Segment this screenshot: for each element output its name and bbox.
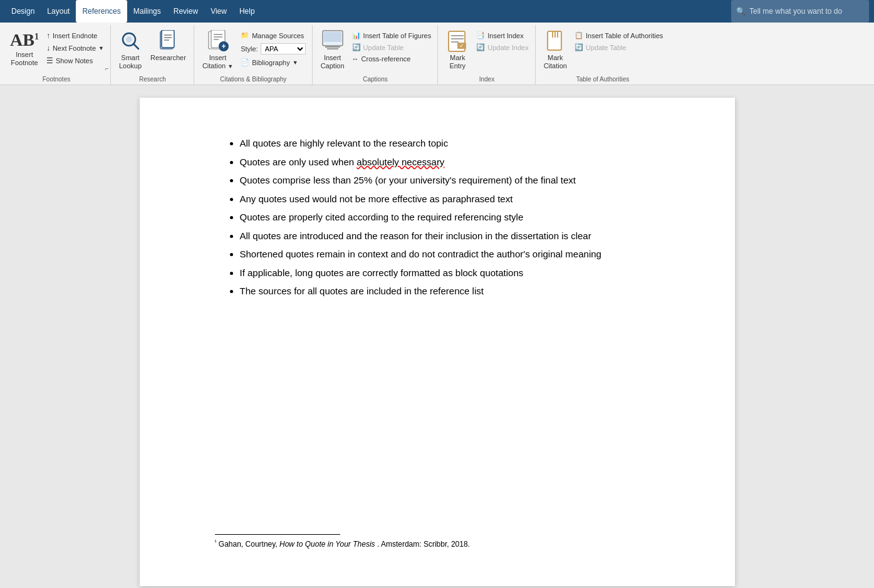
search-placeholder: Tell me what you want to do [749,7,842,16]
update-table-captions-icon: 🔄 [352,43,361,51]
next-footnote-label: Next Footnote [53,44,96,52]
footnote-text: ¹ Gahan, Courtney, How to Quote in Your … [215,539,685,549]
svg-text:✓: ✓ [459,43,464,49]
show-notes-button[interactable]: ☰ Show Notes [44,55,107,66]
cross-reference-button[interactable]: ↔ Cross-reference [350,54,434,64]
insert-caption-icon [321,29,344,54]
bullet-list: All quotes are highly relevant to the re… [215,135,685,299]
menu-design[interactable]: Design [5,0,41,23]
search-icon: 🔍 [736,7,746,16]
update-table-authorities-icon: 🔄 [575,43,583,51]
insert-table-of-authorities-icon: 📋 [575,31,583,39]
insert-index-label: Insert Index [487,32,523,39]
smart-lookup-button[interactable]: SmartLookup [115,26,145,73]
insert-endnote-icon: ↑ [46,31,50,40]
menu-references[interactable]: References [76,0,127,23]
svg-marker-30 [554,31,556,38]
update-table-captions-button: 🔄 Update Table [350,42,434,53]
citations-buttons: + InsertCitation ▼ 📁 Manage Sources Styl… [199,26,308,75]
captions-small-col: 📊 Insert Table of Figures 🔄 Update Table… [350,26,434,64]
bibliography-label: Bibliography [252,59,290,66]
svg-rect-20 [324,32,341,42]
insert-table-of-authorities-label: Insert Table of Authorities [586,32,663,39]
research-group-label: Research [115,75,190,85]
update-table-authorities-label: Update Table [586,44,627,51]
insert-index-button[interactable]: 📑 Insert Index [474,30,531,41]
underline-text: absolutely necessary [356,157,444,167]
footnote-separator [215,534,340,535]
footnote-title: How to Quote in Your Thesis [279,540,375,549]
authorities-group-label: Table of Authorities [540,75,666,85]
mark-entry-button[interactable]: ✓ MarkEntry [442,26,472,73]
next-footnote-button[interactable]: ↓ Next Footnote ▼ [44,43,107,54]
insert-table-of-figures-icon: 📊 [352,31,361,39]
ribbon-group-citations: + InsertCitation ▼ 📁 Manage Sources Styl… [195,25,313,85]
insert-footnote-button[interactable]: AB1 InsertFootnote [6,26,43,70]
insert-footnote-label: InsertFootnote [11,51,38,67]
list-item: Quotes are properly cited according to t… [240,209,685,225]
insert-table-of-figures-button[interactable]: 📊 Insert Table of Figures [350,30,434,41]
list-item: The sources for all quotes are included … [240,283,685,299]
smart-lookup-icon [119,29,142,54]
next-footnote-dropdown-icon: ▼ [98,45,104,51]
researcher-button[interactable]: Researcher [147,26,190,64]
update-table-authorities-button: 🔄 Update Table [572,42,665,53]
insert-footnote-icon: AB1 [10,31,39,49]
ribbon: AB1 InsertFootnote ↑ Insert Endnote ↓ Ne… [0,23,874,85]
insert-caption-label: InsertCaption [321,54,345,70]
manage-sources-button[interactable]: 📁 Manage Sources [238,30,308,41]
menu-mailings[interactable]: Mailings [127,0,167,23]
insert-citation-button[interactable]: + InsertCitation ▼ [199,26,237,73]
show-notes-label: Show Notes [56,57,93,64]
style-select[interactable]: APA MLA Chicago [261,43,306,54]
ribbon-group-captions: InsertCaption 📊 Insert Table of Figures … [313,25,439,85]
list-item: All quotes are highly relevant to the re… [240,135,685,152]
style-label: Style: [241,45,258,53]
researcher-icon [157,29,179,54]
search-bar[interactable]: 🔍 Tell me what you want to do [731,0,869,23]
footnotes-expand-button[interactable]: ⌐ [105,65,109,72]
document-page: All quotes are highly relevant to the re… [140,98,735,586]
index-buttons: ✓ MarkEntry 📑 Insert Index 🔄 Update Inde… [442,26,531,75]
manage-sources-label: Manage Sources [252,32,304,39]
insert-caption-button[interactable]: InsertCaption [317,26,348,73]
update-index-label: Update Index [487,44,528,51]
bibliography-dropdown-icon: ▼ [293,59,298,66]
style-selector[interactable]: Style: APA MLA Chicago [238,42,308,56]
bibliography-button[interactable]: 📄 Bibliography ▼ [238,57,308,68]
menu-view[interactable]: View [204,0,233,23]
footnotes-group-label: Footnotes [6,75,107,85]
ribbon-group-footnotes: AB1 InsertFootnote ↑ Insert Endnote ↓ Ne… [3,25,111,85]
smart-lookup-label: SmartLookup [119,54,142,70]
menu-help[interactable]: Help [233,0,261,23]
mark-citation-button[interactable]: MarkCitation [540,26,571,73]
insert-table-of-figures-label: Insert Table of Figures [363,32,432,39]
footnote-small-buttons: ↑ Insert Endnote ↓ Next Footnote ▼ ☰ Sho… [44,26,107,66]
index-small-col: 📑 Insert Index 🔄 Update Index [474,26,531,53]
menu-layout[interactable]: Layout [41,0,76,23]
insert-endnote-button[interactable]: ↑ Insert Endnote [44,30,107,41]
insert-table-of-authorities-button[interactable]: 📋 Insert Table of Authorities [572,30,665,41]
mark-citation-label: MarkCitation [544,54,567,70]
ribbon-group-research: SmartLookup Researcher Research [112,25,194,85]
show-notes-icon: ☰ [46,56,53,65]
svg-line-1 [133,44,138,49]
menu-review[interactable]: Review [167,0,204,23]
insert-index-icon: 📑 [476,31,485,39]
footnote-author: Gahan, Courtney, [219,540,279,549]
svg-text:+: + [221,42,226,51]
cross-reference-label: Cross-reference [362,55,411,63]
update-index-icon: 🔄 [476,43,485,51]
update-index-button: 🔄 Update Index [474,42,531,53]
footnotes-buttons: AB1 InsertFootnote ↑ Insert Endnote ↓ Ne… [6,26,107,75]
next-footnote-icon: ↓ [46,44,50,53]
list-item: All quotes are introduced and the reason… [240,228,685,244]
manage-sources-icon: 📁 [241,31,249,39]
document-area: All quotes are highly relevant to the re… [0,85,874,588]
svg-rect-8 [162,30,174,48]
svg-marker-32 [557,31,558,38]
captions-group-label: Captions [317,75,434,85]
ribbon-group-authorities: MarkCitation 📋 Insert Table of Authoriti… [536,25,670,85]
authorities-small-col: 📋 Insert Table of Authorities 🔄 Update T… [572,26,665,53]
insert-citation-label: InsertCitation ▼ [202,54,233,70]
